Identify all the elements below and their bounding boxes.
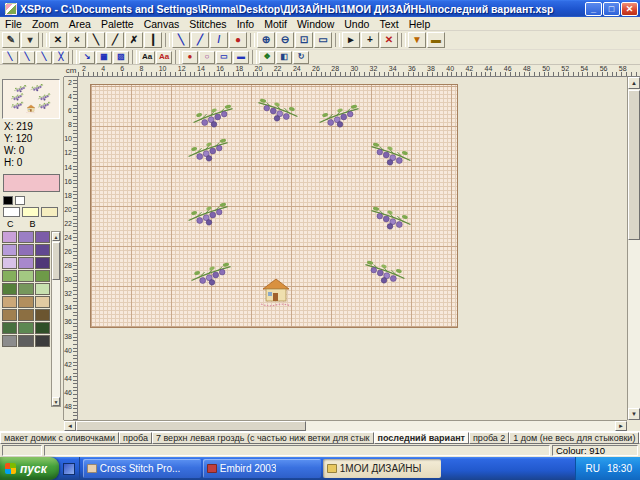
backstitch-tool[interactable]: ╲ (172, 32, 190, 48)
olive-branch-motif[interactable] (186, 201, 232, 227)
half-stitch-tool[interactable]: ╲ (87, 32, 105, 48)
design-tab[interactable]: последний вариант (374, 432, 469, 444)
horizontal-scrollbar[interactable]: ◄ ► (64, 420, 627, 431)
menu-stitches[interactable]: Stitches (184, 18, 231, 30)
zoom-in-tool[interactable]: ⊕ (257, 32, 275, 48)
menu-window[interactable]: Window (292, 18, 339, 30)
curved-stitch-tool[interactable]: / (210, 32, 228, 48)
palette-swatch[interactable] (18, 231, 33, 243)
text-color-tool[interactable]: Aa (156, 51, 172, 64)
design-tab[interactable]: проба (119, 432, 152, 444)
palette-swatch[interactable] (2, 231, 17, 243)
palette-scroll-up-button[interactable]: ▲ (52, 232, 60, 241)
zoom-out-tool[interactable]: ⊖ (276, 32, 294, 48)
menu-info[interactable]: Info (232, 18, 260, 30)
language-indicator[interactable]: RU (586, 463, 600, 474)
petite-stitch-tool[interactable]: × (68, 32, 86, 48)
flood-fill-tool[interactable]: ▬ (427, 32, 445, 48)
clock[interactable]: 18:30 (607, 463, 632, 474)
palette-swatch[interactable] (35, 322, 50, 334)
arrow-annotation-tool[interactable]: ↘ (79, 51, 95, 64)
palette-swatch[interactable] (22, 207, 39, 217)
olive-branch-motif[interactable] (186, 137, 232, 163)
palette-swatch[interactable] (18, 257, 33, 269)
pencil-tool[interactable]: ✎ (2, 32, 20, 48)
text-tool[interactable]: Aa (139, 51, 155, 64)
taskbar-button[interactable]: Embird 2003 (203, 459, 321, 478)
color-picker-tool[interactable]: ▼ (408, 32, 426, 48)
move-tool[interactable]: + (361, 32, 379, 48)
palette-col-b[interactable]: B (30, 219, 36, 229)
palette-swatch[interactable] (2, 270, 17, 282)
palette-swatch[interactable] (18, 283, 33, 295)
menu-motif[interactable]: Motif (259, 18, 292, 30)
menu-palette[interactable]: Palette (96, 18, 139, 30)
menu-undo[interactable]: Undo (339, 18, 374, 30)
french-knot-tool[interactable]: ● (229, 32, 247, 48)
motif-library-tool[interactable]: ❖ (259, 51, 275, 64)
quick-launch-icon[interactable] (63, 463, 75, 475)
house-motif[interactable] (259, 277, 293, 307)
palette-col-c[interactable]: C (7, 219, 14, 229)
minimize-button[interactable]: _ (585, 2, 602, 16)
design-tab[interactable]: макет домик с оливочками (0, 432, 119, 444)
horizontal-scroll-track[interactable] (306, 421, 615, 431)
menu-file[interactable]: File (0, 18, 27, 30)
palette-swatch[interactable] (18, 244, 33, 256)
olive-branch-motif[interactable] (367, 141, 413, 167)
olive-branch-motif[interactable] (317, 103, 363, 129)
scroll-left-button[interactable]: ◄ (64, 421, 76, 431)
close-button[interactable]: ✕ (621, 2, 638, 16)
full-cross-stitch-tool[interactable]: ✕ (49, 32, 67, 48)
taskbar-button[interactable]: 1МОИ ДИЗАЙНЫ (323, 459, 441, 478)
design-tab[interactable]: проба 2 (469, 432, 509, 444)
palette-swatch[interactable] (35, 257, 50, 269)
three-quarter-stitch-tool[interactable]: ✗ (125, 32, 143, 48)
palette-swatch[interactable] (18, 296, 33, 308)
scroll-up-button[interactable]: ▲ (628, 77, 640, 89)
thick-backstitch-tool[interactable]: ╲ (36, 51, 52, 64)
palette-swatch[interactable] (15, 196, 25, 205)
palette-swatch[interactable] (2, 309, 17, 321)
palette-swatch[interactable] (2, 296, 17, 308)
palette-swatch[interactable] (35, 244, 50, 256)
medium-backstitch-tool[interactable]: ╲ (19, 51, 35, 64)
bead-tool[interactable]: ○ (199, 51, 215, 64)
canvas-area[interactable] (78, 77, 627, 420)
palette-swatch[interactable] (2, 322, 17, 334)
block-grid-tool[interactable]: ▨ (113, 51, 129, 64)
olive-branch-motif[interactable] (367, 205, 413, 231)
vertical-scroll-thumb[interactable] (628, 90, 640, 240)
palette-swatch[interactable] (35, 283, 50, 295)
pencil-mode-dropdown[interactable]: ▾ (21, 32, 39, 48)
scroll-down-button[interactable]: ▼ (628, 408, 640, 420)
palette-swatch[interactable] (35, 296, 50, 308)
palette-swatch[interactable] (18, 270, 33, 282)
rotate-tool[interactable]: ↻ (293, 51, 309, 64)
design-preview[interactable] (2, 79, 60, 119)
select-arrow-tool[interactable]: ► (342, 32, 360, 48)
stitch-grid[interactable] (90, 84, 458, 328)
olive-branch-motif[interactable] (189, 261, 235, 287)
vertical-stitch-tool[interactable]: ┃ (144, 32, 162, 48)
thin-backstitch-tool[interactable]: ╲ (2, 51, 18, 64)
start-button[interactable]: пуск (0, 457, 59, 480)
menu-text[interactable]: Text (374, 18, 403, 30)
palette-swatch[interactable] (2, 257, 17, 269)
palette-swatch[interactable] (2, 335, 17, 347)
palette-swatch[interactable] (2, 244, 17, 256)
palette-scroll-thumb[interactable] (52, 242, 60, 280)
palette-scroll-down-button[interactable]: ▼ (52, 397, 60, 406)
selected-color-swatch[interactable] (3, 174, 60, 192)
zoom-fit-tool[interactable]: ▭ (314, 32, 332, 48)
palette-swatch[interactable] (35, 309, 50, 321)
menu-zoom[interactable]: Zoom (27, 18, 64, 30)
palette-swatch[interactable] (3, 196, 13, 205)
zoom-area-tool[interactable]: ⊡ (295, 32, 313, 48)
palette-swatch[interactable] (18, 309, 33, 321)
olive-branch-motif[interactable] (254, 97, 300, 123)
olive-branch-motif[interactable] (361, 259, 407, 285)
long-stitch-tool[interactable]: ╱ (191, 32, 209, 48)
menu-help[interactable]: Help (404, 18, 436, 30)
titlebar[interactable]: XSPro - C:\Documents and Settings\Rimma\… (0, 0, 640, 17)
